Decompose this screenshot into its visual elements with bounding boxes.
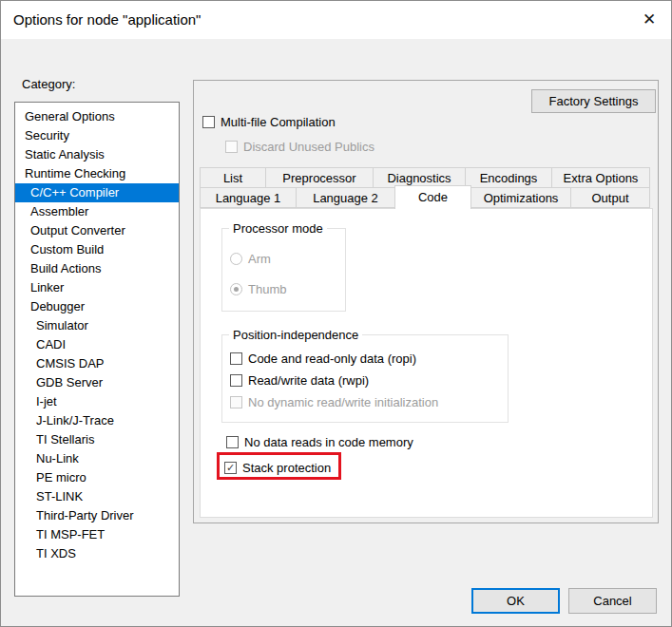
checkbox [225, 141, 238, 153]
category-item[interactable]: Assembler [15, 202, 179, 221]
checkbox-label: Discard Unused Publics [243, 140, 374, 154]
window-title: Options for node "application" [13, 1, 201, 39]
tab-list[interactable]: List [200, 167, 266, 188]
tab-preprocessor[interactable]: Preprocessor [265, 167, 374, 188]
category-item[interactable]: Build Actions [15, 259, 179, 278]
options-panel: Factory Settings Multi-file Compilation … [193, 80, 659, 523]
category-item[interactable]: Nu-Link [15, 449, 179, 468]
checkbox[interactable] [202, 116, 215, 128]
category-item[interactable]: C/C++ Compiler [15, 183, 179, 202]
checkbox-label: Stack protection [242, 461, 331, 475]
category-item[interactable]: TI Stellaris [15, 430, 179, 449]
close-icon[interactable]: ✕ [633, 1, 665, 39]
no-data-reads-row: No data reads in code memory [226, 435, 413, 452]
tab-code[interactable]: Code [394, 185, 471, 209]
category-item[interactable]: Third-Party Driver [15, 506, 179, 525]
category-item[interactable]: TI MSP-FET [15, 525, 179, 544]
category-item[interactable]: Linker [15, 278, 179, 297]
category-item[interactable]: CADI [15, 335, 179, 354]
tab-row-2: Language 1Language 2CodeOptimizationsOut… [200, 187, 654, 208]
tab-language-2[interactable]: Language 2 [296, 187, 395, 208]
category-item[interactable]: Debugger [15, 297, 179, 316]
checkbox-label: Read/write data (rwpi) [248, 373, 369, 388]
radio-thumb: Thumb [230, 282, 286, 296]
radio-circle [230, 253, 242, 265]
category-item[interactable]: J-Link/J-Trace [15, 411, 179, 430]
factory-settings-button[interactable]: Factory Settings [531, 89, 656, 113]
checkbox-label: No dynamic read/write initialization [248, 395, 438, 409]
category-item[interactable]: PE micro [15, 468, 179, 487]
multi-file-compilation-row: Multi-file Compilation [202, 115, 336, 132]
category-item[interactable]: Security [15, 126, 179, 145]
stack-protection-highlight: ✓Stack protection [217, 452, 341, 480]
category-item[interactable]: TI XDS [15, 544, 179, 563]
tab-extra-options[interactable]: Extra Options [551, 167, 650, 188]
category-item[interactable]: Simulator [15, 316, 179, 335]
category-item[interactable]: GDB Server [15, 373, 179, 392]
title-bar: Options for node "application" ✕ [1, 1, 671, 39]
category-item[interactable]: ST-LINK [15, 487, 179, 506]
tab-language-1[interactable]: Language 1 [200, 187, 297, 208]
ok-button[interactable]: OK [471, 588, 560, 614]
checkbox-label: No data reads in code memory [244, 435, 413, 449]
position-independence-group: Position-independence Code and read-only… [221, 334, 509, 423]
category-item[interactable]: Custom Build [15, 240, 179, 259]
radio-label: Arm [248, 252, 271, 266]
category-item[interactable]: Static Analysis [15, 145, 179, 164]
category-label: Category: [22, 77, 75, 91]
tab-output[interactable]: Output [570, 187, 650, 208]
radio-label: Thumb [248, 282, 286, 296]
tab-encodings[interactable]: Encodings [465, 167, 552, 188]
processor-mode-legend: Processor mode [229, 221, 327, 236]
processor-mode-group: Processor mode ArmThumb [221, 228, 346, 312]
category-item[interactable]: Output Converter [15, 221, 179, 240]
category-item[interactable]: I-jet [15, 392, 179, 411]
checkbox[interactable] [230, 374, 242, 387]
checkbox-label: Code and read-only data (ropi) [248, 352, 416, 366]
checkbox [230, 396, 242, 408]
code-tab-page: Processor mode ArmThumb Position-indepen… [200, 208, 653, 518]
discard-unused-publics-row: Discard Unused Publics [225, 140, 374, 157]
checkbox-label: Multi-file Compilation [221, 115, 336, 129]
tab-optimizations[interactable]: Optimizations [470, 187, 571, 208]
category-item[interactable]: Runtime Checking [15, 164, 179, 183]
category-list[interactable]: General OptionsSecurityStatic AnalysisRu… [14, 102, 180, 597]
stack-protection-row: ✓Stack protection [224, 458, 331, 475]
radio-arm: Arm [230, 252, 271, 266]
radio-circle [230, 283, 242, 295]
checkbox[interactable] [230, 352, 242, 365]
options-dialog: Options for node "application" ✕ Categor… [0, 0, 672, 627]
checkbox[interactable]: ✓ [224, 462, 237, 474]
category-item[interactable]: General Options [15, 107, 179, 126]
position-independence-legend: Position-independence [229, 328, 362, 342]
checkbox[interactable] [226, 436, 239, 448]
category-item[interactable]: CMSIS DAP [15, 354, 179, 373]
tab-strip: ListPreprocessorDiagnosticsEncodingsExtr… [200, 167, 654, 208]
cancel-button[interactable]: Cancel [568, 588, 657, 614]
